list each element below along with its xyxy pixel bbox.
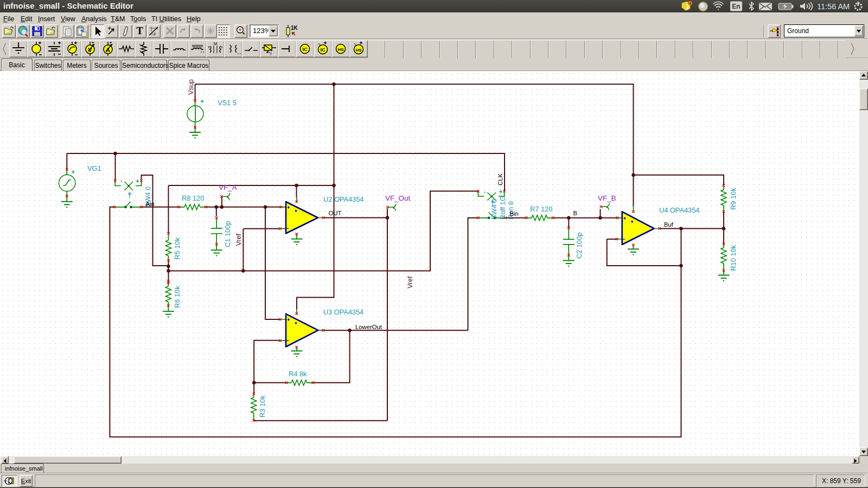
svg-text:IC: IC [303,47,308,52]
svg-text:HS: HS [337,47,344,52]
svg-text:VG1: VG1 [87,164,101,172]
svg-text:11:56 AM: 11:56 AM [817,2,850,11]
svg-text:Roff 1G: Roff 1G [499,196,507,220]
svg-text:V: V [88,47,92,53]
svg-text:R10 10k: R10 10k [729,245,737,271]
svg-text:CLK: CLK [497,174,503,185]
svg-text:4: 4 [689,2,691,5]
svg-text:LowerOut: LowerOut [355,324,382,330]
svg-text:En: En [732,3,740,10]
svg-text:Vref: Vref [235,234,242,246]
svg-text:T: T [136,25,143,36]
svg-text:IC: IC [321,47,326,53]
svg-text:Ain: Ain [146,201,155,207]
svg-text:R6 10k: R6 10k [173,286,181,308]
svg-text:Bin: Bin [510,210,519,217]
svg-text:VF_Out: VF_Out [385,194,410,202]
svg-text:R4 8k: R4 8k [289,370,307,378]
svg-text:Buf: Buf [664,221,674,228]
svg-text:Vsup: Vsup [187,79,195,95]
svg-text:C1 100p: C1 100p [224,221,232,247]
svg-text:U4 OPA4354: U4 OPA4354 [659,206,699,214]
svg-text:U3 OPA4354: U3 OPA4354 [323,308,363,316]
svg-text:SW4 0: SW4 0 [490,199,498,220]
svg-text:R3 10k: R3 10k [258,395,266,418]
svg-text:B: B [573,210,578,216]
svg-text:C2 100p: C2 100p [575,233,583,259]
svg-text:VF_B: VF_B [598,194,616,202]
svg-text:VS1 5: VS1 5 [218,99,237,107]
svg-text:R9 10k: R9 10k [729,188,737,210]
svg-text:R8 120: R8 120 [182,194,204,202]
svg-text:VF_A: VF_A [219,183,237,191]
svg-text:M: M [214,41,218,46]
svg-text:HS: HS [355,48,362,53]
svg-text:OUT: OUT [329,210,342,216]
svg-text:R5 10k: R5 10k [173,237,181,260]
svg-text:Vref: Vref [406,276,414,288]
svg-text:T: T [270,52,272,56]
svg-text:R7 120: R7 120 [530,205,552,213]
svg-text:1K: 1K [291,25,298,31]
svg-text:U2 OPA4354: U2 OPA4354 [323,195,363,203]
